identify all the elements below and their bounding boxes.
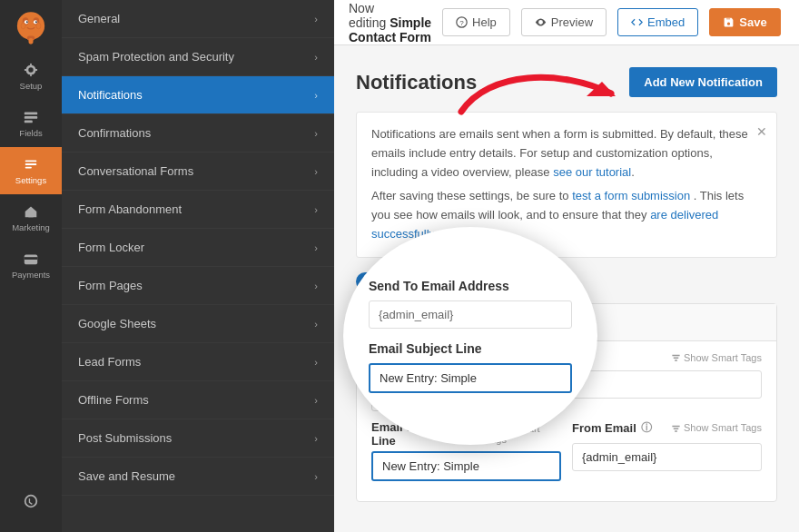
- sidebar-item-general[interactable]: General ›: [62, 0, 334, 38]
- nav-setup[interactable]: Setup: [0, 53, 62, 100]
- main-content: Now editing Simple Contact Form ? Help P…: [334, 0, 799, 532]
- right-input-1[interactable]: [572, 370, 762, 399]
- chevron-right-icon: ›: [314, 281, 318, 291]
- sidebar-item-post-submissions[interactable]: Post Submissions ›: [62, 419, 334, 458]
- sidebar-item-notifications[interactable]: Notifications ›: [62, 76, 334, 114]
- svg-point-7: [21, 23, 25, 29]
- from-email-label: From Email ⓘ: [572, 420, 652, 436]
- svg-point-5: [26, 21, 28, 23]
- nav-fields[interactable]: Fields: [0, 100, 62, 147]
- from-email-input[interactable]: [572, 443, 762, 471]
- see-tutorial-link[interactable]: see our tutorial: [553, 165, 631, 179]
- svg-rect-11: [25, 113, 37, 115]
- chevron-right-icon: ›: [314, 395, 318, 406]
- send-to-input[interactable]: [371, 383, 561, 411]
- chevron-right-icon: ›: [314, 52, 318, 63]
- content-header: Notifications Add New Notification: [356, 67, 777, 97]
- chevron-right-icon: ›: [314, 204, 318, 215]
- chevron-right-icon: ›: [314, 90, 318, 101]
- show-smart-tags-2[interactable]: Show Smart Tags: [671, 352, 762, 363]
- svg-rect-16: [25, 257, 37, 260]
- send-to-label: Send To Email Address: [371, 352, 483, 379]
- chevron-right-icon: ›: [314, 319, 318, 330]
- test-submission-link[interactable]: test a form submission: [572, 189, 690, 202]
- sidebar-item-spam-protection[interactable]: Spam Protection and Security ›: [62, 38, 334, 76]
- sidebar-item-form-abandonment[interactable]: Form Abandonment ›: [62, 191, 334, 229]
- sidebar-item-lead-forms[interactable]: Lead Forms ›: [62, 343, 334, 381]
- save-button[interactable]: Save: [709, 8, 780, 36]
- sidebar-item-form-locker[interactable]: Form Locker ›: [62, 229, 334, 267]
- sidebar-item-save-resume[interactable]: Save and Resume ›: [62, 458, 334, 496]
- show-smart-tags-3[interactable]: Show Smart Tags: [473, 423, 561, 445]
- form-row-2: Email Subject Line Show Smart Tags: [371, 420, 762, 481]
- chevron-right-icon: ›: [314, 128, 318, 139]
- chevron-right-icon: ›: [314, 471, 318, 482]
- nav-history[interactable]: [0, 478, 62, 525]
- email-subject-input[interactable]: [371, 451, 561, 481]
- svg-rect-12: [25, 116, 37, 119]
- chevron-right-icon: ›: [314, 357, 318, 368]
- nav-payments[interactable]: Payments: [0, 241, 62, 289]
- preview-button[interactable]: Preview: [521, 8, 607, 36]
- close-info-icon[interactable]: ✕: [756, 122, 767, 142]
- svg-rect-10: [28, 38, 33, 44]
- icon-nav: Setup Fields Settings Marketing Payments: [0, 0, 62, 532]
- right-col-2: From Email ⓘ Show Smart Tags: [572, 420, 762, 471]
- form-title: Now editing Simple Contact Form: [349, 1, 431, 44]
- nav-marketing[interactable]: Marketing: [0, 194, 62, 241]
- email-subject-label: Email Subject Line: [371, 420, 473, 448]
- svg-rect-14: [28, 213, 33, 218]
- info-box: ✕ Notifications are emails sent when a f…: [356, 112, 777, 258]
- chevron-right-icon: ›: [314, 242, 318, 253]
- sidebar-item-offline-forms[interactable]: Offline Forms ›: [62, 381, 334, 419]
- chevron-right-icon: ›: [314, 166, 318, 177]
- close-button[interactable]: ✕: [792, 9, 799, 36]
- notification-card: Default Notification Send To Email Addre…: [356, 303, 777, 502]
- svg-rect-13: [25, 121, 33, 123]
- enable-notifications-row: Enable Notifications: [356, 272, 777, 291]
- notification-form-grid: Send To Email Address Show Smart Tags: [357, 341, 776, 501]
- sidebar: General › Spam Protection and Security ›…: [62, 0, 334, 532]
- notification-card-header: Default Notification: [357, 304, 776, 341]
- svg-point-8: [36, 23, 41, 29]
- enable-notifications-label: Enable Notifications: [400, 274, 504, 288]
- from-email-help-icon: ⓘ: [641, 420, 652, 436]
- help-button[interactable]: ? Help: [442, 8, 510, 36]
- send-to-col: Send To Email Address Show Smart Tags: [371, 352, 561, 411]
- sidebar-item-google-sheets[interactable]: Google Sheets ›: [62, 305, 334, 343]
- enable-notifications-toggle[interactable]: [356, 272, 390, 291]
- brand-logo: [10, 7, 52, 49]
- right-col-1: Show Smart Tags: [572, 352, 762, 399]
- form-row-1: Send To Email Address Show Smart Tags: [371, 352, 762, 411]
- svg-point-6: [35, 21, 37, 23]
- svg-text:?: ?: [459, 19, 464, 27]
- page-title: Notifications: [356, 71, 477, 94]
- show-smart-tags-1[interactable]: Show Smart Tags: [483, 355, 561, 377]
- top-bar: Now editing Simple Contact Form ? Help P…: [334, 0, 799, 45]
- add-new-notification-button[interactable]: Add New Notification: [629, 67, 777, 97]
- email-subject-col: Email Subject Line Show Smart Tags: [371, 420, 561, 481]
- nav-settings[interactable]: Settings: [0, 147, 62, 194]
- sidebar-item-form-pages[interactable]: Form Pages ›: [62, 267, 334, 305]
- chevron-right-icon: ›: [314, 433, 318, 444]
- content-area: Notifications Add New Notification ✕ Not…: [334, 45, 799, 524]
- sidebar-item-confirmations[interactable]: Confirmations ›: [62, 114, 334, 153]
- embed-button[interactable]: Embed: [617, 8, 698, 36]
- sidebar-item-conversational-forms[interactable]: Conversational Forms ›: [62, 153, 334, 191]
- chevron-right-icon: ›: [314, 14, 318, 25]
- show-smart-tags-4[interactable]: Show Smart Tags: [671, 422, 762, 433]
